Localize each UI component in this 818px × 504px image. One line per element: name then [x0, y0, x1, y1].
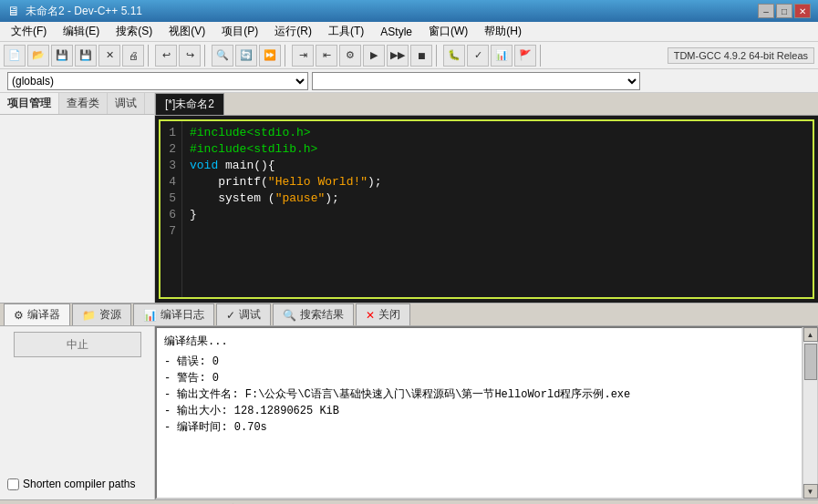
replace-button[interactable]: 🔄 [235, 45, 257, 67]
left-panel: 项目管理 查看类 调试 [0, 93, 155, 303]
save-all-button[interactable]: 💾 [75, 45, 97, 67]
menu-search[interactable]: 搜索(S) [109, 22, 160, 41]
output-line-size: - 输出大小: 128.12890625 KiB [164, 403, 794, 419]
btm-tab-resources[interactable]: 📁 资源 [72, 303, 131, 325]
menu-help[interactable]: 帮助(H) [477, 22, 529, 41]
menu-project[interactable]: 项目(P) [214, 22, 265, 41]
menu-run[interactable]: 运行(R) [267, 22, 319, 41]
menu-view[interactable]: 视图(V) [161, 22, 212, 41]
bottom-tabs: ⚙ 编译器 📁 资源 📊 编译日志 ✓ 调试 🔍 搜索结果 ✕ 关闭 [0, 303, 818, 326]
compiler-output: 编译结果... - 错误: 0 - 警告: 0 - 输出文件名: F:\公众号\… [156, 327, 802, 499]
menu-bar: 文件(F) 编辑(E) 搜索(S) 视图(V) 项目(P) 运行(R) 工具(T… [0, 22, 818, 42]
bottom-left-panel: 中止 Shorten compiler paths [0, 326, 155, 499]
output-line-errors: - 错误: 0 [164, 354, 794, 370]
scroll-up-arrow[interactable]: ▲ [803, 327, 818, 342]
indent-button[interactable]: ⇥ [292, 45, 314, 67]
shorten-paths-label: Shorten compiler paths [23, 478, 135, 490]
save-button[interactable]: 💾 [51, 45, 73, 67]
toolbar-sep5 [540, 45, 544, 67]
shorten-paths-checkbox[interactable] [7, 478, 19, 490]
btm-tab-search[interactable]: 🔍 搜索结果 [273, 303, 354, 325]
btm-tab-compiler[interactable]: ⚙ 编译器 [4, 303, 70, 325]
editor-area: [*]未命名2 1 2 3 4 5 6 7 #include<stdio.h> … [155, 93, 818, 303]
output-scrollbar[interactable]: ▲ ▼ [802, 327, 817, 499]
btm-tab-close[interactable]: ✕ 关闭 [356, 303, 410, 325]
log-icon: 📊 [143, 309, 157, 322]
menu-tools[interactable]: 工具(T) [321, 22, 371, 41]
toolbar: 📄 📂 💾 💾 ✕ 🖨 ↩ ↪ 🔍 🔄 ⏩ ⇥ ⇤ ⚙ ▶ ▶▶ ⏹ 🐛 ✓ 📊… [0, 42, 818, 69]
toolbar-sep3 [285, 45, 288, 67]
tab-class-view[interactable]: 查看类 [59, 93, 108, 114]
main-area: 项目管理 查看类 调试 [*]未命名2 1 2 3 4 5 6 7 #inclu… [0, 93, 818, 303]
toolbar-sep4 [436, 45, 440, 67]
bookmark-button[interactable]: 🚩 [514, 45, 536, 67]
profile-button[interactable]: 📊 [491, 45, 513, 67]
debug-tab-icon: ✓ [226, 309, 235, 322]
menu-astyle[interactable]: AStyle [373, 24, 419, 40]
function-combo[interactable] [312, 72, 640, 90]
close-button[interactable]: ✕ [794, 4, 811, 18]
output-line-filename: - 输出文件名: F:\公众号\C语言\基础快速入门\课程源码\第一节Hello… [164, 386, 794, 403]
tab-project-manager[interactable]: 项目管理 [0, 93, 59, 114]
btm-tab-log[interactable]: 📊 编译日志 [133, 303, 214, 325]
menu-edit[interactable]: 编辑(E) [56, 22, 107, 41]
scroll-down-arrow[interactable]: ▼ [803, 484, 818, 499]
check-button[interactable]: ✓ [467, 45, 489, 67]
undo-button[interactable]: ↩ [155, 45, 177, 67]
bottom-area: 中止 Shorten compiler paths 编译结果... - 错误: … [0, 326, 818, 499]
debug-button[interactable]: 🐛 [443, 45, 465, 67]
code-view[interactable]: 1 2 3 4 5 6 7 #include<stdio.h> #include… [159, 119, 814, 299]
output-title: 编译结果... [164, 334, 794, 350]
find-next-button[interactable]: ⏩ [259, 45, 281, 67]
compile-run-button[interactable]: ▶▶ [387, 45, 409, 67]
btm-tab-debug[interactable]: ✓ 调试 [216, 303, 271, 325]
output-line-warnings: - 警告: 0 [164, 370, 794, 386]
toolbar-sep1 [148, 45, 151, 67]
globals-combo[interactable]: (globals) [7, 72, 308, 90]
run-button[interactable]: ▶ [363, 45, 385, 67]
maximize-button[interactable]: □ [776, 4, 792, 18]
code-editor[interactable]: #include<stdio.h> #include<stdlib.h> voi… [182, 121, 813, 297]
print-button[interactable]: 🖨 [122, 45, 144, 67]
resources-icon: 📁 [82, 309, 96, 322]
compiler-icon: ⚙ [14, 309, 24, 322]
redo-button[interactable]: ↪ [179, 45, 201, 67]
menu-file[interactable]: 文件(F) [4, 22, 54, 41]
compiler-selector[interactable]: TDM-GCC 4.9.2 64-bit Releas [668, 47, 814, 64]
compile-button[interactable]: ⚙ [339, 45, 361, 67]
search-tab-icon: 🔍 [283, 309, 296, 322]
toolbar-sep2 [204, 45, 208, 67]
output-container: 编译结果... - 错误: 0 - 警告: 0 - 输出文件名: F:\公众号\… [155, 326, 818, 499]
left-tabs: 项目管理 查看类 调试 [0, 93, 154, 115]
combo-bar: (globals) [0, 69, 818, 93]
close-file-button[interactable]: ✕ [98, 45, 120, 67]
new-button[interactable]: 📄 [4, 45, 26, 67]
open-button[interactable]: 📂 [27, 45, 49, 67]
editor-tabs: [*]未命名2 [155, 93, 818, 116]
minimize-button[interactable]: – [758, 4, 774, 18]
find-button[interactable]: 🔍 [212, 45, 233, 67]
line-numbers: 1 2 3 4 5 6 7 [160, 121, 182, 297]
output-line-time: - 编译时间: 0.70s [164, 419, 794, 436]
menu-window[interactable]: 窗口(W) [421, 22, 475, 41]
editor-tab-file[interactable]: [*]未命名2 [155, 93, 224, 115]
stop-compile-button[interactable]: 中止 [14, 332, 141, 357]
scroll-thumb[interactable] [804, 344, 817, 380]
left-panel-content [0, 115, 154, 303]
close-tab-icon: ✕ [366, 309, 375, 322]
tab-debug[interactable]: 调试 [108, 93, 145, 114]
title-bar: 🖥 未命名2 - Dev-C++ 5.11 – □ ✕ [0, 0, 818, 22]
status-bar: 行: 7 列: 1 已选择: 0 总行数: 7 长度: 104 插入 https… [0, 499, 818, 504]
window-title: 未命名2 - Dev-C++ 5.11 [26, 4, 142, 19]
stop-button[interactable]: ⏹ [410, 45, 432, 67]
unindent-button[interactable]: ⇤ [316, 45, 337, 67]
